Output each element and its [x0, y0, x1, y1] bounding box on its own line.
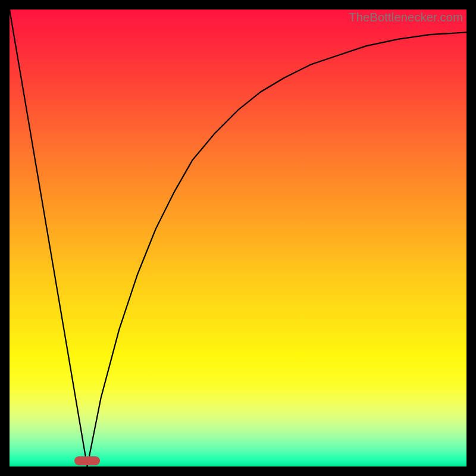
curve-path	[10, 10, 466, 466]
bottleneck-marker	[74, 456, 101, 465]
chart-frame: TheBottlenecker.com	[0, 0, 476, 476]
plot-area: TheBottlenecker.com	[10, 10, 466, 466]
curve-layer	[10, 10, 466, 466]
